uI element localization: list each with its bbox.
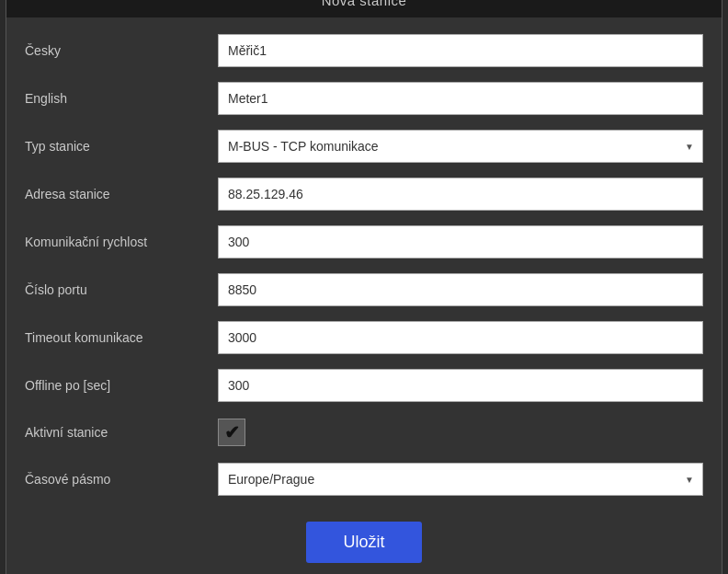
select-timezone[interactable]: Europe/Prague Europe/London America/New_…: [218, 463, 703, 496]
dialog-body: Česky English Typ stanice M-BUS - TCP ko…: [6, 17, 722, 574]
label-port: Číslo portu: [25, 282, 218, 297]
input-timeout[interactable]: [218, 321, 703, 354]
form-row-timezone: Časové pásmo Europe/Prague Europe/London…: [25, 455, 703, 503]
label-czech: Česky: [25, 43, 218, 58]
input-czech[interactable]: [218, 34, 703, 67]
form-row-active: Aktivní stanice ✔: [25, 409, 703, 455]
input-address[interactable]: [218, 178, 703, 211]
form-row-english: English: [25, 75, 703, 122]
dialog: Nová stanice Česky English Typ stanice M…: [6, 0, 722, 574]
input-comm-speed[interactable]: [218, 225, 703, 258]
form-row-station-type: Typ stanice M-BUS - TCP komunikace M-BUS…: [25, 122, 703, 170]
save-button[interactable]: Uložit: [306, 522, 421, 563]
form-row-address: Adresa stanice: [25, 170, 703, 218]
select-station-type[interactable]: M-BUS - TCP komunikace M-BUS - Serial Ot…: [218, 130, 703, 163]
form-row-port: Číslo portu: [25, 266, 703, 314]
form-row-comm-speed: Komunikační rychlost: [25, 218, 703, 266]
checkmark-icon: ✔: [224, 423, 240, 442]
form-row-timeout: Timeout komunikace: [25, 314, 703, 362]
label-active: Aktivní stanice: [25, 425, 218, 440]
dialog-header: Nová stanice: [6, 0, 722, 17]
label-station-type: Typ stanice: [25, 139, 218, 154]
checkbox-active[interactable]: ✔: [218, 419, 245, 446]
label-address: Adresa stanice: [25, 187, 218, 201]
select-wrapper-station-type: M-BUS - TCP komunikace M-BUS - Serial Ot…: [218, 130, 703, 163]
label-english: English: [25, 91, 218, 106]
dialog-title: Nová stanice: [322, 0, 407, 8]
input-offline[interactable]: [218, 369, 703, 402]
form-row-offline: Offline po [sec]: [25, 362, 703, 409]
form-footer: Uložit: [25, 503, 703, 572]
select-wrapper-timezone: Europe/Prague Europe/London America/New_…: [218, 463, 703, 496]
label-timeout: Timeout komunikace: [25, 330, 218, 345]
input-port[interactable]: [218, 273, 703, 306]
form-row-czech: Česky: [25, 27, 703, 75]
label-comm-speed: Komunikační rychlost: [25, 235, 218, 249]
label-timezone: Časové pásmo: [25, 472, 218, 487]
checkbox-wrapper-active: ✔: [218, 419, 245, 446]
label-offline: Offline po [sec]: [25, 378, 218, 393]
input-english[interactable]: [218, 82, 703, 115]
